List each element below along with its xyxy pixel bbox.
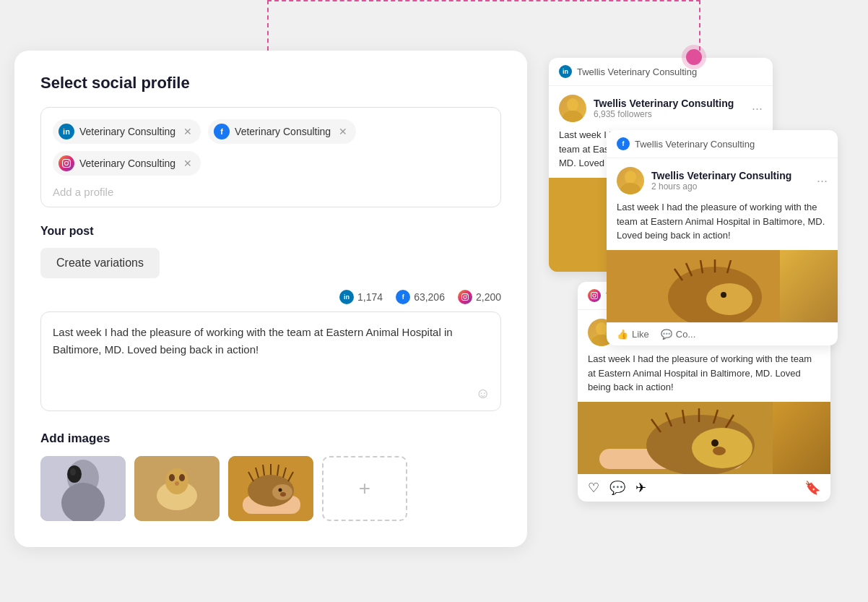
like-label: Like (632, 329, 649, 340)
linkedin-tag-close[interactable]: ✕ (183, 126, 192, 137)
linkedin-account-name: Twellis Veterinary Consulting (594, 98, 734, 109)
follower-item-instagram: 2,200 (458, 290, 501, 304)
instagram-icon (58, 155, 74, 171)
svg-point-4 (70, 468, 76, 476)
svg-point-45 (706, 283, 752, 315)
linkedin-follower-count: 1,174 (357, 291, 383, 303)
linkedin-card-header: in Twellis Veterinary Consulting (549, 58, 773, 86)
instagram-bookmark-button[interactable]: 🔖 (804, 480, 820, 496)
facebook-tag-label: Veterinary Consulting (235, 126, 331, 137)
image-thumb-weasel[interactable] (134, 456, 220, 521)
linkedin-followers: 6,935 followers (594, 109, 734, 119)
facebook-follower-count: 63,206 (414, 291, 445, 303)
linkedin-header-icon: in (559, 65, 572, 78)
main-card: Select social profile in Veterinary Cons… (14, 51, 527, 547)
facebook-post-image (607, 250, 838, 322)
svg-point-8 (169, 474, 175, 481)
image-thumb-bird[interactable] (40, 456, 126, 521)
add-image-button[interactable]: + (322, 456, 407, 521)
facebook-tag-close[interactable]: ✕ (339, 126, 347, 137)
profile-tags: in Veterinary Consulting ✕ f Veterinary … (53, 119, 489, 176)
instagram-heart-button[interactable]: ♡ (588, 480, 599, 496)
preview-area: in Twellis Veterinary Consulting Twellis… (549, 58, 867, 578)
facebook-header-brand: Twellis Veterinary Consulting (635, 139, 755, 150)
linkedin-more-button[interactable]: ··· (752, 101, 763, 116)
linkedin-tag-label: Veterinary Consulting (79, 126, 175, 137)
follower-item-linkedin: in 1,174 (339, 290, 383, 304)
facebook-header-icon: f (617, 137, 630, 150)
facebook-post-text: Last week I had the pleasure of working … (617, 200, 828, 243)
instagram-footer: ♡ 💬 ✈ 🔖 (578, 474, 830, 502)
facebook-user-row: Twellis Veterinary Consulting 2 hours ag… (617, 167, 828, 194)
post-textarea-wrapper: Last week I had the pleasure of working … (40, 311, 501, 411)
instagram-follower-count: 2,200 (476, 291, 501, 303)
facebook-follower-icon: f (396, 290, 410, 304)
svg-point-23 (280, 492, 286, 496)
like-icon: 👍 (617, 329, 628, 340)
facebook-card-inner: Twellis Veterinary Consulting 2 hours ag… (607, 158, 838, 243)
linkedin-user-info: Twellis Veterinary Consulting 6,935 foll… (594, 98, 734, 119)
facebook-user-info: Twellis Veterinary Consulting 2 hours ag… (651, 170, 791, 192)
linkedin-user-row: Twellis Veterinary Consulting 6,935 foll… (559, 95, 763, 122)
svg-point-10 (175, 481, 179, 486)
facebook-avatar (617, 167, 644, 194)
dashed-decoration (267, 0, 700, 51)
pink-dot-indicator (686, 49, 702, 65)
facebook-time: 2 hours ago (651, 181, 791, 192)
instagram-post-text: Last week I had the pleasure of working … (588, 352, 820, 395)
profile-selector: in Veterinary Consulting ✕ f Veterinary … (40, 107, 501, 207)
instagram-share-button[interactable]: ✈ (635, 480, 646, 496)
linkedin-follower-icon: in (339, 290, 354, 304)
add-images-label: Add images (40, 431, 501, 446)
svg-point-36 (625, 171, 636, 184)
linkedin-avatar (559, 95, 586, 122)
svg-point-21 (272, 484, 292, 500)
svg-point-37 (620, 183, 641, 194)
instagram-header-icon (588, 289, 601, 302)
post-section-label: Your post (40, 225, 501, 238)
facebook-account-name: Twellis Veterinary Consulting (651, 170, 791, 181)
follower-item-facebook: f 63,206 (396, 290, 445, 304)
svg-point-25 (563, 111, 583, 122)
comment-icon: 💬 (661, 329, 672, 340)
facebook-actions: 👍 Like 💬 Co... (607, 322, 838, 345)
facebook-more-button[interactable]: ··· (817, 173, 828, 189)
profile-tag-linkedin[interactable]: in Veterinary Consulting ✕ (53, 119, 201, 144)
create-variations-button[interactable]: Create variations (40, 248, 160, 278)
facebook-icon: f (214, 124, 230, 139)
instagram-post-image (578, 402, 830, 474)
images-row: + (40, 456, 501, 521)
svg-point-47 (596, 322, 607, 335)
linkedin-header-brand: Twellis Veterinary Consulting (577, 66, 697, 77)
instagram-follower-icon (458, 290, 472, 304)
svg-point-59 (711, 439, 719, 447)
profile-tag-instagram[interactable]: Veterinary Consulting ✕ (53, 151, 201, 176)
facebook-comment-button[interactable]: 💬 Co... (661, 329, 695, 340)
facebook-card-header: f Twellis Veterinary Consulting (607, 130, 838, 158)
image-thumb-hedgehog[interactable] (228, 456, 313, 521)
facebook-preview-card: f Twellis Veterinary Consulting Twellis … (607, 130, 838, 345)
instagram-tag-label: Veterinary Consulting (79, 158, 175, 169)
svg-point-22 (279, 489, 282, 492)
add-profile-placeholder[interactable]: Add a profile (53, 183, 489, 201)
instagram-comment-button[interactable]: 💬 (609, 480, 625, 496)
facebook-like-button[interactable]: 👍 Like (617, 329, 649, 340)
emoji-button[interactable]: ☺ (476, 385, 490, 402)
profile-tag-facebook[interactable]: f Veterinary Consulting ✕ (208, 119, 356, 144)
linkedin-icon: in (58, 124, 74, 139)
post-textarea[interactable]: Last week I had the pleasure of working … (53, 324, 489, 396)
facebook-preview: f Twellis Veterinary Consulting Twellis … (607, 130, 838, 345)
comment-label: Co... (676, 329, 695, 340)
svg-point-60 (713, 447, 726, 455)
follower-counts: in 1,174 f 63,206 2,200 (40, 290, 501, 304)
instagram-tag-close[interactable]: ✕ (183, 158, 192, 169)
svg-point-46 (721, 292, 726, 298)
svg-point-9 (179, 474, 185, 481)
svg-point-24 (567, 98, 578, 111)
section-title: Select social profile (40, 74, 501, 93)
preview-outer: in Twellis Veterinary Consulting Twellis… (549, 58, 867, 578)
